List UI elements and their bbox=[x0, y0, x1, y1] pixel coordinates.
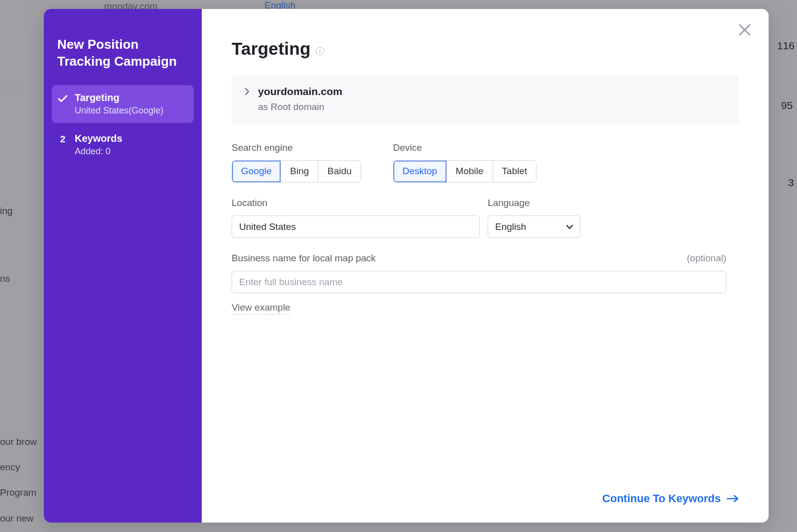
step-label: Targeting bbox=[75, 92, 187, 104]
optional-text: (optional) bbox=[687, 253, 726, 264]
domain-summary[interactable]: yourdomain.com as Root domain bbox=[232, 75, 739, 124]
domain-as: as Root domain bbox=[258, 102, 342, 112]
step-sublabel: Added: 0 bbox=[75, 146, 187, 157]
modal-content: Targeting i yourdomain.com as Root domai… bbox=[202, 9, 769, 523]
device-option-tablet[interactable]: Tablet bbox=[493, 161, 536, 182]
continue-label: Continue To Keywords bbox=[602, 492, 721, 505]
field-location: Location bbox=[232, 198, 480, 238]
arrow-right-icon bbox=[727, 495, 739, 503]
chevron-right-icon bbox=[245, 87, 250, 98]
search-engine-option-bing[interactable]: Bing bbox=[281, 161, 318, 182]
step-label: Keywords bbox=[75, 133, 187, 144]
step-number: 2 bbox=[58, 134, 68, 145]
new-position-tracking-modal: New Position Tracking Campaign Targeting… bbox=[44, 9, 769, 523]
location-input[interactable] bbox=[232, 215, 480, 238]
field-business-name: Business name for local map pack (option… bbox=[232, 253, 726, 315]
device-option-mobile[interactable]: Mobile bbox=[447, 161, 493, 182]
field-label: Device bbox=[393, 142, 536, 153]
view-example-link[interactable]: View example bbox=[232, 302, 290, 315]
field-search-engine: Search engine Google Bing Baidu bbox=[232, 142, 361, 183]
close-button[interactable] bbox=[738, 23, 754, 39]
field-label: Search engine bbox=[232, 142, 361, 153]
modal-sidebar: New Position Tracking Campaign Targeting… bbox=[44, 9, 202, 523]
business-name-input[interactable] bbox=[232, 271, 726, 293]
page-title: Targeting bbox=[232, 39, 311, 59]
language-select[interactable] bbox=[488, 215, 580, 238]
domain-name: yourdomain.com bbox=[258, 86, 342, 98]
step-sublabel: United States(Google) bbox=[75, 106, 187, 116]
field-device: Device Desktop Mobile Tablet bbox=[393, 142, 536, 183]
step-targeting[interactable]: Targeting United States(Google) bbox=[52, 85, 194, 123]
device-option-desktop[interactable]: Desktop bbox=[394, 161, 447, 182]
sidebar-title: New Position Tracking Campaign bbox=[57, 36, 194, 70]
device-segmented: Desktop Mobile Tablet bbox=[393, 160, 536, 183]
search-engine-option-google[interactable]: Google bbox=[232, 161, 281, 182]
continue-to-keywords-button[interactable]: Continue To Keywords bbox=[602, 492, 739, 505]
info-icon[interactable]: i bbox=[316, 47, 324, 55]
modal-overlay: New Position Tracking Campaign Targeting… bbox=[0, 0, 797, 532]
search-engine-segmented: Google Bing Baidu bbox=[232, 160, 361, 183]
check-icon bbox=[58, 93, 68, 103]
field-label: Business name for local map pack bbox=[232, 253, 376, 264]
search-engine-option-baidu[interactable]: Baidu bbox=[318, 161, 361, 182]
field-label: Location bbox=[232, 198, 480, 209]
step-keywords[interactable]: 2 Keywords Added: 0 bbox=[52, 126, 194, 164]
field-label: Language bbox=[488, 198, 580, 209]
field-language: Language bbox=[488, 198, 580, 238]
